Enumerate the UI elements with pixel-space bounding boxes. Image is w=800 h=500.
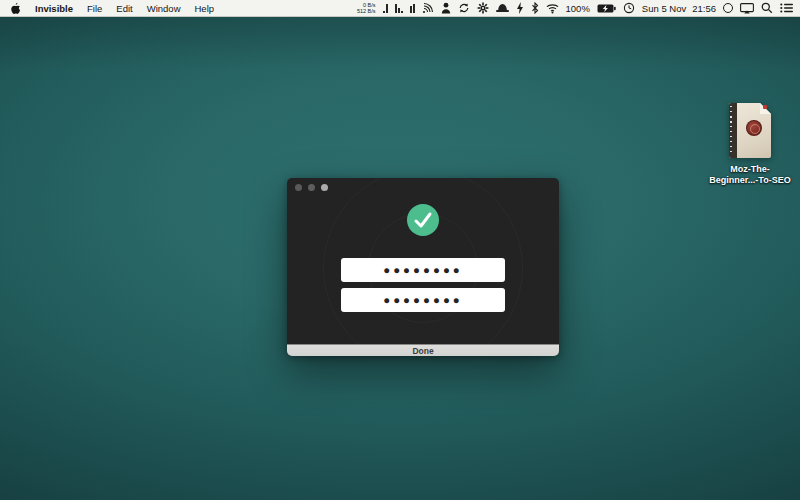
menu-window[interactable]: Window bbox=[147, 3, 181, 14]
network-down-text: 512 B/s bbox=[357, 8, 376, 14]
bowler-hat-icon[interactable] bbox=[496, 3, 509, 13]
apple-menu-icon[interactable] bbox=[10, 0, 21, 17]
menu-date-text: Sun 5 Nov bbox=[642, 3, 686, 14]
notification-center-icon[interactable] bbox=[780, 0, 793, 17]
battery-percent-text[interactable]: 100% bbox=[566, 3, 590, 14]
spotlight-search-icon[interactable] bbox=[761, 0, 773, 17]
lightning-bolt-icon[interactable] bbox=[516, 0, 524, 17]
menu-clock[interactable]: Sun 5 Nov 21:56 bbox=[642, 3, 716, 14]
wifi-icon[interactable] bbox=[546, 0, 559, 17]
battery-icon[interactable] bbox=[597, 0, 616, 17]
password-dialog-window: ●●●●●●●● ●●●●●●●● Done bbox=[287, 178, 559, 356]
menu-time-text: 21:56 bbox=[692, 3, 716, 14]
memory-bars-icon[interactable] bbox=[395, 3, 403, 13]
password-confirm-input[interactable]: ●●●●●●●● bbox=[341, 288, 505, 312]
close-button[interactable] bbox=[295, 184, 302, 191]
file-name-line2: Beginner...-To-SEO bbox=[705, 175, 795, 186]
pdf-red-mark bbox=[763, 105, 767, 109]
desktop-file-icon[interactable]: Moz-The- Beginner...-To-SEO bbox=[705, 103, 795, 185]
menu-bar: Invisible File Edit Window Help 0 B/s 51… bbox=[0, 0, 800, 17]
siri-circle-icon[interactable] bbox=[723, 3, 733, 13]
minimize-button[interactable] bbox=[308, 184, 315, 191]
cover-seal-badge bbox=[746, 120, 762, 136]
disk-bars-icon[interactable] bbox=[410, 3, 415, 13]
pdf-document-icon bbox=[729, 103, 771, 158]
active-app-menu[interactable]: Invisible bbox=[35, 3, 73, 14]
success-checkmark-icon bbox=[407, 204, 439, 236]
file-name-line1: Moz-The- bbox=[705, 164, 795, 175]
done-button[interactable]: Done bbox=[287, 344, 559, 356]
bluetooth-icon[interactable] bbox=[531, 0, 539, 17]
sync-arrows-icon[interactable] bbox=[458, 0, 470, 17]
menu-file[interactable]: File bbox=[87, 3, 102, 14]
network-throughput-text[interactable]: 0 B/s 512 B/s bbox=[357, 2, 376, 14]
menu-edit[interactable]: Edit bbox=[116, 3, 132, 14]
window-controls bbox=[295, 184, 328, 191]
time-machine-clock-icon[interactable] bbox=[623, 0, 635, 17]
spiral-rings bbox=[730, 106, 732, 155]
zoom-button[interactable] bbox=[321, 184, 328, 191]
file-name-label: Moz-The- Beginner...-To-SEO bbox=[705, 164, 795, 185]
cpu-bars-icon[interactable] bbox=[383, 3, 388, 13]
gear-icon[interactable] bbox=[477, 0, 489, 17]
password-input[interactable]: ●●●●●●●● bbox=[341, 258, 505, 282]
menu-help[interactable]: Help bbox=[195, 3, 215, 14]
airplay-display-icon[interactable] bbox=[740, 0, 754, 17]
user-icon[interactable] bbox=[441, 0, 451, 17]
radio-waves-icon[interactable] bbox=[422, 0, 434, 17]
